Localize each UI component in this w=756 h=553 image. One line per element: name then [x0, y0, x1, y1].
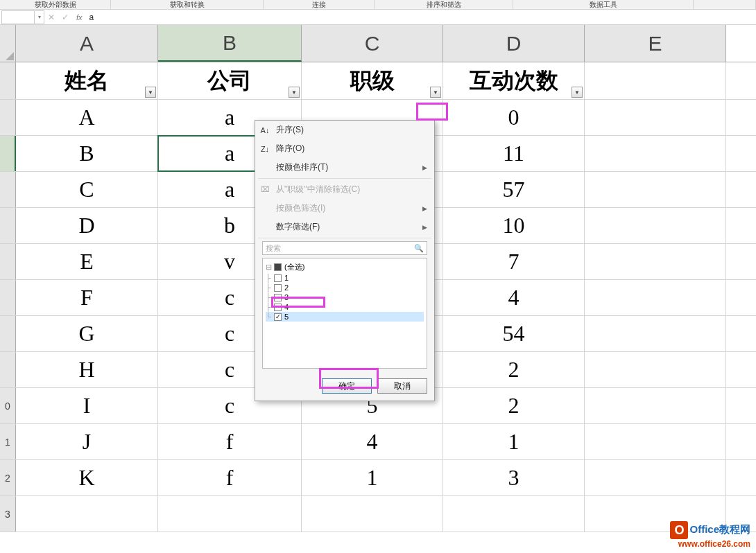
row-header[interactable] [0, 62, 16, 99]
row-header[interactable] [0, 208, 16, 243]
col-header-D[interactable]: D [443, 25, 585, 62]
formula-input[interactable]: a [87, 12, 756, 22]
cell[interactable]: f [158, 424, 302, 459]
cell[interactable] [585, 100, 726, 135]
cell[interactable] [585, 352, 726, 387]
cell[interactable] [585, 62, 726, 99]
ribbon-group[interactable]: 数据工具 [513, 0, 694, 9]
filter-dropdown-icon[interactable]: ▼ [145, 87, 156, 98]
select-all-corner[interactable] [0, 25, 16, 62]
cell[interactable] [585, 388, 726, 423]
filter-item-checkbox[interactable]: ├4 [266, 302, 424, 312]
filter-item-checkbox[interactable]: ├3 [266, 292, 424, 302]
filter-search-input[interactable]: 搜索🔍 [262, 241, 427, 255]
col-header-C[interactable]: C [302, 25, 443, 62]
ribbon-group[interactable]: 连接 [264, 0, 375, 9]
cell[interactable]: 4 [302, 424, 443, 459]
cell[interactable]: 54 [443, 316, 585, 351]
cell[interactable]: 2 [443, 388, 585, 423]
ribbon-group[interactable]: 获取外部数据 [0, 0, 111, 9]
cell[interactable]: 7 [443, 244, 585, 279]
row-header[interactable] [0, 244, 16, 279]
cell[interactable]: H [16, 352, 158, 387]
filter-item-checkbox[interactable]: ├1 [266, 273, 424, 283]
checkbox-icon[interactable] [274, 304, 282, 311]
cell[interactable]: 11 [443, 136, 585, 171]
name-box[interactable] [1, 10, 35, 24]
cell[interactable] [585, 460, 726, 495]
cell[interactable]: 公司▼ [158, 62, 302, 99]
row-header[interactable] [0, 280, 16, 315]
checkbox-icon[interactable] [274, 263, 282, 271]
row-header[interactable] [0, 172, 16, 207]
col-header-A[interactable]: A [16, 25, 158, 62]
cell[interactable] [585, 172, 726, 207]
filter-dropdown-icon[interactable]: ▼ [572, 87, 583, 98]
row-header[interactable] [0, 100, 16, 135]
col-header-E[interactable]: E [585, 25, 726, 62]
sort-by-color[interactable]: 按颜色排序(T)▶ [255, 158, 434, 177]
sort-asc[interactable]: A↓升序(S) [255, 121, 434, 139]
filter-item-checkbox[interactable]: └5 [266, 312, 424, 322]
filter-item-checkbox[interactable]: ├2 [266, 283, 424, 292]
fx-icon[interactable]: fx [76, 13, 83, 21]
ribbon-group[interactable]: 排序和筛选 [375, 0, 513, 9]
cell[interactable] [585, 136, 726, 171]
checkbox-icon[interactable] [274, 313, 282, 321]
cell[interactable]: 4 [443, 280, 585, 315]
cell[interactable]: 职级▼ [302, 62, 443, 99]
col-header-B[interactable]: B [158, 25, 302, 62]
cell[interactable]: D [16, 208, 158, 243]
cell[interactable] [443, 496, 585, 532]
row-header[interactable] [0, 352, 16, 387]
cell[interactable]: 1 [443, 424, 585, 459]
filter-dropdown-icon[interactable]: ▼ [289, 87, 300, 98]
cell[interactable]: G [16, 316, 158, 351]
cell[interactable]: J [16, 424, 158, 459]
cell[interactable] [585, 280, 726, 315]
cell[interactable]: E [16, 244, 158, 279]
cell[interactable]: C [16, 172, 158, 207]
cell[interactable]: A [16, 100, 158, 135]
filter-dropdown-icon[interactable]: ▼ [430, 87, 441, 98]
cell[interactable]: I [16, 388, 158, 423]
filter-checklist[interactable]: ⊟(全选) ├1├2├3├4└5 [262, 258, 427, 369]
row-header[interactable] [0, 136, 16, 171]
cell[interactable]: 互动次数▼ [443, 62, 585, 99]
cell[interactable]: 1 [302, 460, 443, 495]
ribbon-groups: 获取外部数据 获取和转换 连接 排序和筛选 数据工具 [0, 0, 756, 10]
cell[interactable] [158, 496, 302, 532]
name-box-dropdown[interactable]: ▾ [35, 10, 44, 24]
cell[interactable]: 0 [443, 100, 585, 135]
row-header[interactable]: 1 [0, 424, 16, 459]
cell[interactable] [585, 244, 726, 279]
row-header[interactable]: 3 [0, 496, 16, 532]
row-header[interactable]: 2 [0, 460, 16, 495]
cell[interactable]: B [16, 136, 158, 171]
separator [258, 178, 431, 179]
cell[interactable]: F [16, 280, 158, 315]
number-filter[interactable]: 数字筛选(F)▶ [255, 218, 434, 236]
cell[interactable]: 10 [443, 208, 585, 243]
row-header[interactable]: 0 [0, 388, 16, 423]
checkbox-icon[interactable] [274, 274, 282, 282]
ribbon-group[interactable]: 获取和转换 [111, 0, 264, 9]
checkbox-icon[interactable] [274, 294, 282, 301]
cell[interactable]: f [158, 460, 302, 495]
cell[interactable] [585, 208, 726, 243]
sort-desc[interactable]: Z↓降序(O) [255, 139, 434, 158]
cell[interactable]: 2 [443, 352, 585, 387]
cell[interactable]: 3 [443, 460, 585, 495]
cancel-button[interactable]: 取消 [377, 378, 427, 394]
cell[interactable] [585, 424, 726, 459]
cell[interactable]: 姓名▼ [16, 62, 158, 99]
ok-button[interactable]: 确定 [322, 378, 372, 394]
cell[interactable] [302, 496, 443, 532]
cell[interactable]: K [16, 460, 158, 495]
cell[interactable] [585, 316, 726, 351]
cell[interactable] [16, 496, 158, 532]
cell[interactable]: 57 [443, 172, 585, 207]
row-header[interactable] [0, 316, 16, 351]
checkbox-icon[interactable] [274, 284, 282, 292]
select-all-checkbox[interactable]: ⊟(全选) [266, 261, 424, 273]
